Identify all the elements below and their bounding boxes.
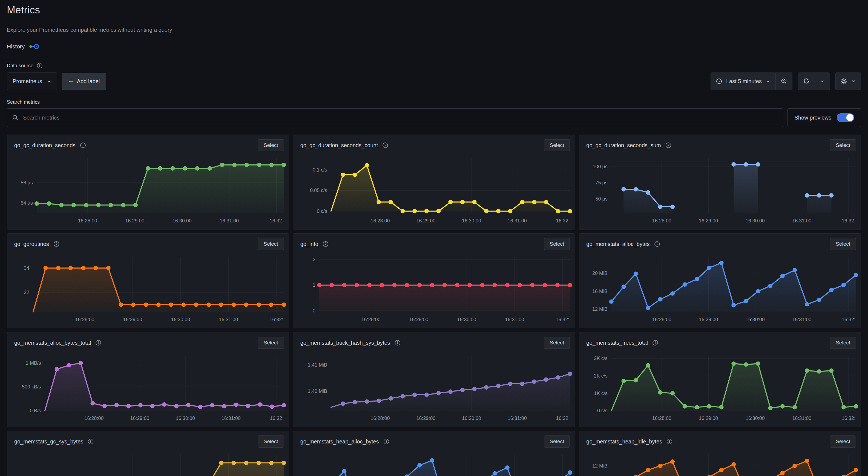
plus-icon [68, 78, 74, 84]
show-previews-container: Show previews [787, 108, 861, 127]
show-previews-toggle[interactable] [837, 113, 854, 122]
svg-text:3K c/s: 3K c/s [594, 355, 608, 361]
svg-text:0 c/s: 0 c/s [597, 408, 608, 413]
select-button[interactable]: Select [544, 139, 570, 151]
time-range-picker[interactable]: Last 5 minutes [711, 73, 775, 90]
info-icon[interactable] [80, 142, 86, 148]
zoom-out-button[interactable] [775, 73, 792, 90]
svg-text:50 µs: 50 µs [595, 196, 608, 202]
select-button[interactable]: Select [258, 337, 284, 349]
search-icon [12, 114, 19, 121]
svg-text:16:32:: 16:32: [842, 218, 856, 224]
svg-text:0.05 c/s: 0.05 c/s [310, 188, 327, 193]
panel-header: go_gc_duration_secondsSelect [7, 135, 289, 151]
controls-row: Prometheus Add label Last 5 minutes [7, 72, 861, 90]
panel-title: go_memstats_heap_alloc_bytes [300, 439, 379, 445]
time-controls-group: Last 5 minutes [711, 72, 793, 90]
info-icon[interactable] [652, 340, 658, 346]
settings-button[interactable] [836, 73, 861, 90]
metric-panel: 16:28:0016:29:0016:30:0016:31:0016:32:0 … [579, 332, 861, 427]
metric-panel: 16:28:0016:29:0016:30:0016:31:0016:32:01… [293, 233, 575, 328]
refresh-button[interactable] [798, 73, 815, 90]
select-button[interactable]: Select [830, 139, 856, 151]
datasource-picker[interactable]: Prometheus [7, 72, 57, 90]
info-icon[interactable] [665, 142, 672, 148]
panel-title: go_memstats_alloc_bytes_total [14, 340, 91, 346]
svg-text:16:31:00: 16:31:00 [793, 317, 812, 322]
metric-panel: 16:28:0016:29:0016:30:0016:31:0016:32:32… [7, 233, 289, 328]
chevron-down-icon [766, 79, 771, 84]
panel-title: go_gc_duration_seconds_count [300, 142, 378, 148]
info-icon[interactable] [322, 241, 329, 247]
select-button[interactable]: Select [544, 238, 570, 250]
select-button[interactable]: Select [544, 337, 570, 349]
svg-text:500 kB/s: 500 kB/s [22, 384, 41, 389]
chevron-down-icon [851, 79, 856, 84]
metric-panel: 16:28:0016:29:0016:30:0016:31:0016:32:12… [579, 431, 861, 476]
svg-text:16:30:00: 16:30:00 [746, 218, 765, 224]
svg-text:16:31:00: 16:31:00 [507, 218, 527, 224]
select-button[interactable]: Select [258, 139, 284, 151]
select-button[interactable]: Select [258, 436, 284, 447]
svg-text:16:32:: 16:32: [556, 218, 569, 224]
info-icon[interactable] [383, 439, 390, 445]
svg-text:16:28:00: 16:28:00 [75, 317, 94, 322]
add-label-button[interactable]: Add label [62, 73, 106, 90]
panel-header: go_memstats_heap_idle_bytesSelect [579, 431, 861, 447]
refresh-icon [803, 78, 810, 84]
svg-text:16:30:00: 16:30:00 [462, 415, 481, 421]
refresh-interval-dropdown[interactable] [815, 73, 830, 90]
panel-header: go_memstats_gc_sys_bytesSelect [7, 431, 289, 447]
select-button[interactable]: Select [258, 238, 284, 250]
select-button[interactable]: Select [830, 337, 856, 349]
panel-title: go_gc_duration_seconds [14, 142, 75, 148]
settings-group [835, 72, 861, 90]
time-range-label: Last 5 minutes [726, 78, 762, 84]
svg-text:16:30:00: 16:30:00 [746, 317, 765, 322]
svg-text:16:28:00: 16:28:00 [361, 317, 380, 322]
info-icon[interactable] [382, 142, 388, 148]
svg-text:16:30:00: 16:30:00 [746, 415, 765, 421]
info-icon[interactable] [53, 241, 59, 247]
history-toggle-icon[interactable] [29, 43, 39, 50]
info-icon[interactable] [395, 340, 401, 346]
info-icon[interactable] [654, 241, 660, 247]
svg-text:34: 34 [24, 265, 29, 271]
info-icon[interactable] [95, 340, 101, 346]
info-icon[interactable] [37, 63, 43, 69]
metrics-page: Metrics Explore your Prometheus-compatib… [0, 4, 868, 476]
search-row: Show previews [7, 108, 861, 127]
svg-text:75 µs: 75 µs [595, 180, 608, 185]
select-button[interactable]: Select [830, 436, 856, 447]
datasource-label: Data source [7, 63, 33, 69]
svg-text:16:30:00: 16:30:00 [462, 218, 481, 224]
svg-text:16:32:: 16:32: [270, 415, 284, 421]
svg-text:16:28:00: 16:28:00 [85, 415, 104, 421]
svg-text:16:29:00: 16:29:00 [409, 317, 428, 322]
refresh-group [798, 72, 830, 90]
svg-text:0: 0 [313, 308, 315, 313]
panel-header: go_memstats_alloc_bytesSelect [579, 234, 861, 250]
panel-header: go_goroutinesSelect [7, 234, 289, 250]
svg-text:16:32:: 16:32: [842, 317, 856, 322]
svg-text:56 µs: 56 µs [21, 180, 33, 185]
svg-text:2K c/s: 2K c/s [594, 373, 608, 379]
select-button[interactable]: Select [830, 238, 856, 250]
info-icon[interactable] [666, 439, 673, 445]
svg-text:16:31:00: 16:31:00 [219, 317, 238, 322]
svg-text:16:28:00: 16:28:00 [370, 218, 390, 224]
search-input[interactable] [23, 114, 778, 121]
info-icon[interactable] [88, 439, 94, 445]
panel-title: go_goroutines [14, 241, 49, 247]
datasource-value: Prometheus [12, 78, 42, 84]
panel-title: go_memstats_frees_total [586, 340, 648, 346]
svg-text:16:29:00: 16:29:00 [130, 415, 149, 421]
page-title: Metrics [7, 4, 861, 16]
metric-panel: 16:28:0016:29:0016:30:0016:31:0016:32:0 … [293, 135, 575, 230]
svg-text:16:30:00: 16:30:00 [173, 218, 192, 224]
svg-text:16:32:: 16:32: [556, 317, 569, 322]
svg-text:0 c/s: 0 c/s [317, 208, 327, 214]
svg-text:16:29:00: 16:29:00 [416, 415, 435, 421]
metric-panel: 16:28:0016:29:0016:30:0016:31:0016:32:0 … [7, 332, 289, 427]
select-button[interactable]: Select [544, 436, 570, 447]
